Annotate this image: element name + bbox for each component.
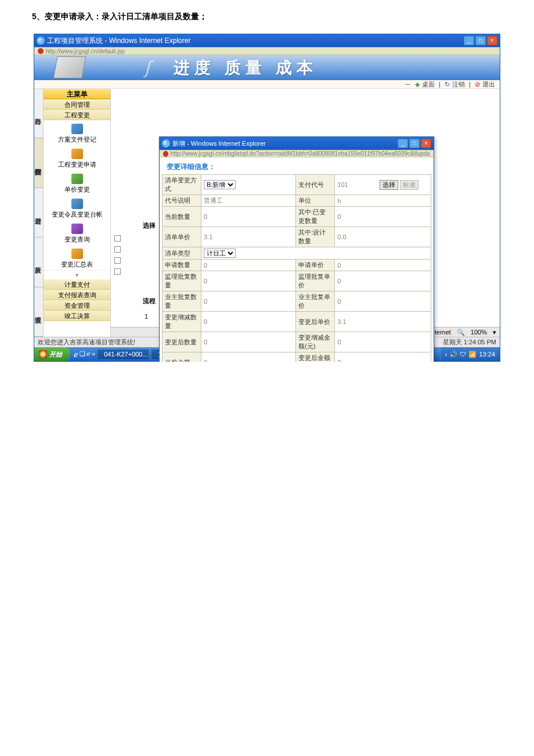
quicklaunch-icon[interactable]: ❏ bbox=[80, 350, 85, 359]
ie-icon bbox=[37, 37, 45, 45]
quicklaunch-more[interactable]: » bbox=[92, 350, 95, 359]
chart-icon bbox=[71, 174, 83, 184]
label-after-price: 变更后单价 bbox=[296, 312, 335, 332]
menu-sec-final[interactable]: 竣工决算 bbox=[44, 311, 110, 321]
checkbox[interactable] bbox=[114, 235, 121, 242]
menu-sec-report[interactable]: 支付报表查询 bbox=[44, 290, 110, 300]
menu-item-plan-reg[interactable]: 方案文件登记 bbox=[44, 120, 110, 145]
book-icon bbox=[71, 199, 83, 209]
pay-code-input[interactable] bbox=[337, 181, 378, 188]
delta-amt-input[interactable] bbox=[337, 339, 428, 345]
tray-icon[interactable]: 🛡 bbox=[460, 351, 466, 358]
bg-flow-label: 流程 bbox=[143, 297, 156, 305]
after-price-input[interactable] bbox=[337, 318, 428, 325]
menu-item-change-summary[interactable]: 变更汇总表 bbox=[44, 245, 110, 270]
list-type-select[interactable]: 计日工 bbox=[204, 249, 236, 258]
label-apply-qty: 申请数量 bbox=[163, 260, 201, 271]
label-after-amt: 变更后金额(元) bbox=[296, 352, 335, 362]
quicklaunch-ie-icon[interactable]: ℯ bbox=[74, 350, 78, 359]
main-url: http://www.jcgsgl.cn/default.jsp bbox=[46, 48, 125, 55]
tray-time: 13:24 bbox=[479, 351, 495, 358]
timestamp: 星期天 1:24:05 PM bbox=[443, 338, 496, 347]
favicon-icon bbox=[38, 48, 44, 54]
tray-icon[interactable]: 📶 bbox=[468, 351, 477, 358]
quicklaunch-icon[interactable]: ℯ bbox=[86, 350, 91, 359]
owner-price-input[interactable] bbox=[337, 298, 428, 305]
menu-item-change-ledger[interactable]: 变更令及变更台帐 bbox=[44, 195, 110, 220]
modal-close-button[interactable]: × bbox=[421, 139, 431, 148]
section-title: 变更详细信息： bbox=[162, 160, 431, 174]
modal-maximize-button[interactable]: □ bbox=[409, 139, 420, 148]
change-method-select[interactable]: B:新增 bbox=[204, 180, 236, 189]
modal-window: 新增 - Windows Internet Explorer _ □ × htt… bbox=[159, 136, 434, 362]
tray-icon[interactable]: 🔊 bbox=[449, 351, 457, 358]
close-button[interactable]: × bbox=[487, 36, 497, 45]
cur-qty-input[interactable] bbox=[204, 213, 293, 220]
start-button[interactable]: 开始 bbox=[34, 347, 70, 361]
menu-scroll-hint[interactable]: ▾ bbox=[44, 270, 110, 279]
vtab-admin[interactable]: 行政办公 bbox=[34, 89, 43, 138]
label-cur-amt: 当前金额 bbox=[163, 352, 201, 362]
exit-icon: ⊘ bbox=[475, 81, 480, 88]
apply-price-input[interactable] bbox=[337, 262, 428, 269]
banner-logo-icon bbox=[53, 56, 86, 78]
bg-one: 1 bbox=[145, 313, 148, 320]
delta-qty-input[interactable] bbox=[204, 318, 293, 325]
tray-expand-icon[interactable]: ‹ bbox=[445, 351, 448, 358]
menu-sec-fund[interactable]: 资金管理 bbox=[44, 300, 110, 311]
start-label: 开始 bbox=[49, 350, 62, 359]
main-addressbar: http://www.jcgsgl.cn/default.jsp bbox=[34, 47, 500, 55]
vtab-analysis[interactable]: 决策分析 bbox=[34, 237, 43, 287]
modal-minimize-button[interactable]: _ bbox=[398, 139, 408, 148]
taskbar-item[interactable]: 041-K27+000... bbox=[97, 349, 149, 360]
menu-item-change-query[interactable]: 变更查询 bbox=[44, 220, 110, 245]
logout-link[interactable]: 注销 bbox=[452, 81, 465, 88]
label-owner-qty: 业主批复数量 bbox=[163, 291, 201, 312]
label-unit: 单位 bbox=[296, 195, 335, 207]
menu-item-change-apply[interactable]: 工程变更申请 bbox=[44, 145, 110, 170]
ie-icon bbox=[162, 139, 170, 147]
banner: ʃ 进度 质量 成本 bbox=[34, 55, 500, 80]
apply-qty-input[interactable] bbox=[204, 262, 293, 269]
menu-label: 单价变更 bbox=[64, 186, 90, 193]
label-after-qty: 变更后数量 bbox=[163, 332, 201, 352]
unit-input[interactable] bbox=[337, 197, 428, 204]
modal-body: 变更详细信息： 清单变更方式 B:新增 支付代号 选择 标准 代号说明 单位 bbox=[160, 157, 434, 362]
cur-amt-input[interactable] bbox=[204, 359, 293, 362]
checkbox[interactable] bbox=[114, 257, 121, 264]
select-button[interactable]: 选择 bbox=[380, 180, 398, 190]
after-qty-input[interactable] bbox=[204, 339, 293, 345]
sup-qty-input[interactable] bbox=[204, 278, 293, 285]
vtab-invest[interactable]: 投资控制 bbox=[34, 138, 43, 188]
maximize-button[interactable]: □ bbox=[475, 36, 486, 45]
vtab-system[interactable]: 系统管理 bbox=[34, 287, 43, 337]
menu-sec-pay[interactable]: 计量支付 bbox=[44, 279, 110, 290]
vtab-plan[interactable]: 计划进度 bbox=[34, 188, 43, 237]
favicon-icon bbox=[163, 151, 168, 157]
outer-zoom[interactable]: 100% bbox=[471, 329, 487, 336]
after-amt-input[interactable] bbox=[337, 359, 428, 362]
label-change-method: 清单变更方式 bbox=[163, 175, 201, 195]
design-qty-input[interactable] bbox=[337, 233, 428, 240]
owner-qty-input[interactable] bbox=[204, 298, 293, 305]
menu-item-price-change[interactable]: 单价变更 bbox=[44, 170, 110, 195]
menu-label: 变更汇总表 bbox=[61, 261, 93, 268]
checkbox[interactable] bbox=[114, 246, 121, 253]
menu-body: 方案文件登记 工程变更申请 单价变更 变更令及变更台帐 变更查询 变更汇总表 ▾ bbox=[44, 120, 110, 279]
zoom-drop[interactable]: ▾ bbox=[493, 329, 496, 336]
sep: | bbox=[439, 81, 441, 88]
label-list-type: 清单类型 bbox=[163, 247, 201, 260]
exit-link[interactable]: 退出 bbox=[482, 81, 495, 88]
modal-url: http://www.jcgsgl.cn/mbglistqd.do?action… bbox=[171, 150, 430, 157]
menu-sec-change[interactable]: 工程变更 bbox=[44, 110, 110, 120]
menu-sec-contract[interactable]: 合同管理 bbox=[44, 99, 110, 110]
sup-price-input[interactable] bbox=[337, 278, 428, 285]
task-label: 041-K27+000... bbox=[104, 350, 148, 359]
list-price-input[interactable] bbox=[204, 233, 293, 240]
vertical-tabs: 行政办公 投资控制 计划进度 决策分析 系统管理 bbox=[34, 89, 44, 337]
changed-qty-input[interactable] bbox=[337, 213, 428, 220]
desktop-link[interactable]: 桌面 bbox=[422, 81, 435, 88]
minimize-button[interactable]: _ bbox=[464, 36, 474, 45]
code-desc-input[interactable] bbox=[204, 197, 293, 204]
checkbox[interactable] bbox=[114, 268, 121, 275]
